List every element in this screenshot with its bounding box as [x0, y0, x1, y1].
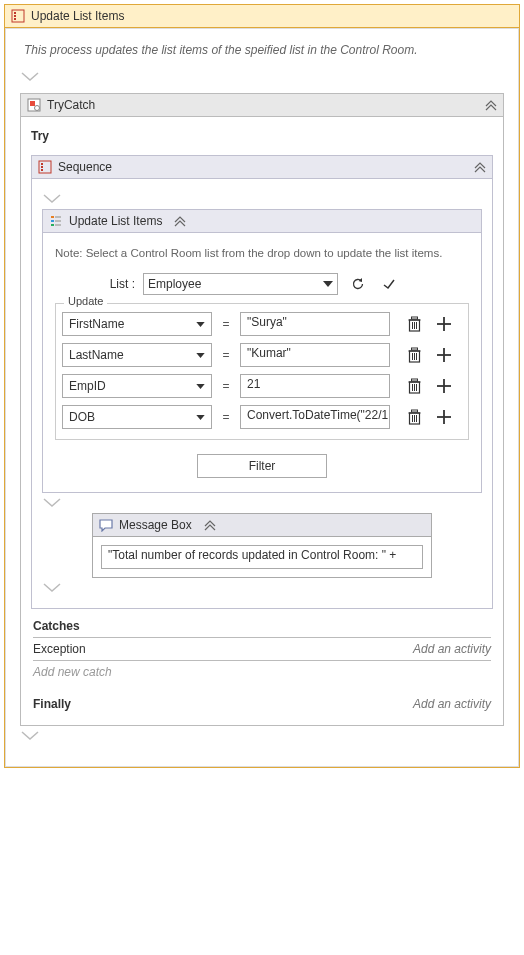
- update-legend: Update: [64, 295, 107, 307]
- value-input[interactable]: Convert.ToDateTime("22/1: [240, 405, 390, 429]
- field-dropdown[interactable]: DOB: [62, 405, 212, 429]
- sequence-title: Sequence: [58, 160, 112, 174]
- svg-rect-6: [39, 161, 51, 173]
- confirm-button[interactable]: [378, 277, 400, 291]
- chevron-down-icon: [323, 281, 333, 287]
- outer-panel-title: Update List Items: [31, 9, 124, 23]
- field-dropdown[interactable]: FirstName: [62, 312, 212, 336]
- drop-zone-icon[interactable]: [42, 189, 482, 209]
- finally-row[interactable]: Finally Add an activity: [33, 693, 491, 715]
- svg-marker-37: [196, 384, 204, 389]
- update-row: DOB = Convert.ToDateTime("22/1: [62, 405, 462, 429]
- collapse-icon[interactable]: [174, 215, 186, 227]
- list-dropdown[interactable]: Employee: [143, 273, 338, 295]
- svg-rect-12: [51, 220, 54, 222]
- filter-button[interactable]: Filter: [197, 454, 327, 478]
- add-row-button[interactable]: [434, 407, 454, 427]
- message-text-input[interactable]: "Total number of records updated in Cont…: [101, 545, 423, 569]
- svg-rect-33: [411, 348, 417, 350]
- finally-label: Finally: [33, 697, 71, 711]
- message-box-header[interactable]: Message Box: [93, 514, 431, 537]
- update-list-items-icon: [11, 9, 25, 23]
- equals-label: =: [220, 348, 232, 362]
- svg-marker-28: [196, 353, 204, 358]
- catches-label: Catches: [33, 619, 80, 633]
- drop-zone-icon[interactable]: [20, 726, 504, 746]
- list-label: List :: [55, 277, 135, 291]
- delete-row-button[interactable]: [404, 345, 424, 365]
- refresh-button[interactable]: [346, 276, 370, 292]
- message-box-icon: [99, 518, 113, 532]
- svg-rect-9: [41, 169, 43, 171]
- add-row-button[interactable]: [434, 376, 454, 396]
- collapse-icon[interactable]: [485, 99, 497, 111]
- update-group: Update FirstName = "Surya": [55, 303, 469, 440]
- add-new-catch-link[interactable]: Add new catch: [33, 661, 491, 693]
- update-list-items-header[interactable]: Update List Items: [43, 210, 481, 233]
- svg-rect-1: [14, 12, 16, 14]
- equals-label: =: [220, 317, 232, 331]
- outer-update-list-panel: Update List Items This process updates t…: [4, 4, 520, 768]
- message-box-activity: Message Box "Total number of records upd…: [92, 513, 432, 578]
- drop-zone-icon[interactable]: [20, 67, 504, 87]
- svg-rect-11: [51, 216, 54, 218]
- add-activity-link[interactable]: Add an activity: [413, 642, 491, 656]
- sequence-panel: Sequence: [31, 155, 493, 609]
- svg-rect-7: [41, 163, 43, 165]
- add-row-button[interactable]: [434, 314, 454, 334]
- svg-marker-19: [196, 322, 204, 327]
- value-input[interactable]: "Surya": [240, 312, 390, 336]
- trycatch-header[interactable]: TryCatch: [21, 94, 503, 117]
- trycatch-title: TryCatch: [47, 98, 95, 112]
- drop-zone-icon[interactable]: [42, 493, 482, 513]
- svg-rect-15: [55, 220, 61, 222]
- svg-rect-24: [411, 317, 417, 319]
- update-list-items-title: Update List Items: [69, 214, 162, 228]
- svg-rect-2: [14, 15, 16, 17]
- svg-rect-13: [51, 224, 54, 226]
- collapse-icon[interactable]: [204, 519, 216, 531]
- svg-rect-3: [14, 18, 16, 20]
- drop-zone-icon[interactable]: [42, 578, 482, 598]
- svg-point-5: [35, 106, 40, 111]
- sequence-header[interactable]: Sequence: [32, 156, 492, 179]
- list-icon: [49, 214, 63, 228]
- update-row: EmpID = 21: [62, 374, 462, 398]
- list-selected-value: Employee: [148, 277, 201, 291]
- note-text: Note: Select a Control Room list from th…: [55, 241, 469, 271]
- trycatch-icon: [27, 98, 41, 112]
- field-dropdown[interactable]: LastName: [62, 343, 212, 367]
- equals-label: =: [220, 379, 232, 393]
- add-row-button[interactable]: [434, 345, 454, 365]
- delete-row-button[interactable]: [404, 376, 424, 396]
- equals-label: =: [220, 410, 232, 424]
- add-activity-link[interactable]: Add an activity: [413, 697, 491, 711]
- message-box-title: Message Box: [119, 518, 192, 532]
- update-list-items-activity: Update List Items Note: Select a Control…: [42, 209, 482, 493]
- svg-rect-0: [12, 10, 24, 22]
- outer-panel-header[interactable]: Update List Items: [5, 5, 519, 28]
- field-dropdown[interactable]: EmpID: [62, 374, 212, 398]
- svg-marker-17: [323, 281, 333, 287]
- update-row: LastName = "Kumar": [62, 343, 462, 367]
- svg-rect-16: [55, 224, 61, 226]
- value-input[interactable]: 21: [240, 374, 390, 398]
- sequence-icon: [38, 160, 52, 174]
- exception-row[interactable]: Exception Add an activity: [33, 638, 491, 661]
- exception-label: Exception: [33, 642, 86, 656]
- try-label: Try: [31, 127, 493, 149]
- value-input[interactable]: "Kumar": [240, 343, 390, 367]
- outer-description: This process updates the list items of t…: [20, 39, 504, 67]
- svg-rect-51: [411, 410, 417, 412]
- svg-rect-14: [55, 216, 61, 218]
- catches-section: Catches: [33, 615, 491, 638]
- svg-rect-8: [41, 166, 43, 168]
- svg-rect-42: [411, 379, 417, 381]
- trycatch-panel: TryCatch Try Sequence: [20, 93, 504, 726]
- svg-marker-46: [196, 415, 204, 420]
- update-row: FirstName = "Surya": [62, 312, 462, 336]
- collapse-icon[interactable]: [474, 161, 486, 173]
- delete-row-button[interactable]: [404, 407, 424, 427]
- delete-row-button[interactable]: [404, 314, 424, 334]
